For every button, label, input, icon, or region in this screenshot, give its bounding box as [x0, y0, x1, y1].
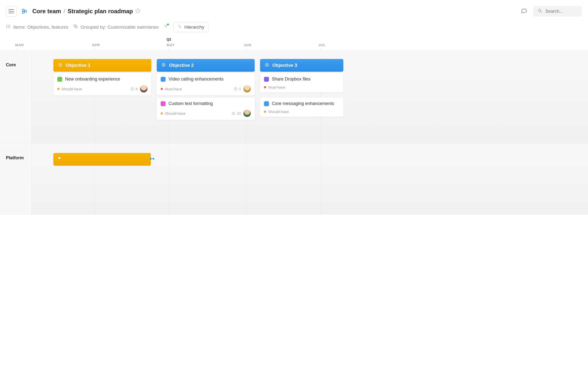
timeline-tick — [169, 48, 169, 50]
objective-bar-3[interactable]: Objective 3 — [260, 59, 343, 72]
avatar[interactable] — [243, 85, 251, 92]
card-core-messaging[interactable]: Core messaging enhancements Should-have — [260, 98, 343, 117]
card-priority: Should-have — [161, 111, 185, 115]
search-input[interactable] — [545, 9, 578, 14]
priority-dot — [161, 112, 163, 115]
search-icon — [538, 8, 542, 14]
hierarchy-button[interactable]: Hierarchy — [173, 22, 208, 32]
timeline-tick — [321, 48, 321, 50]
card-title: Custom text formatting — [168, 101, 213, 106]
swimlane-core: Core Objective 1 New onboarding experien… — [0, 51, 588, 144]
timeline-month-jul: JUL — [318, 43, 326, 47]
priority-dot — [264, 111, 266, 113]
card-title: Core messaging enhancements — [272, 101, 334, 106]
flag-icon — [57, 156, 62, 162]
svg-point-1 — [25, 10, 27, 12]
comments-icon[interactable] — [521, 8, 527, 15]
card-video-calling[interactable]: Video calling enhancements Must-have 5 — [157, 73, 255, 95]
card-custom-text[interactable]: Custom text formatting Should-have 20 — [157, 98, 255, 120]
breadcrumb-page[interactable]: Strategic plan roadmap — [68, 8, 133, 15]
svg-point-20 — [60, 64, 60, 65]
objective-bar-1[interactable]: Objective 1 — [53, 59, 151, 72]
target-icon — [58, 62, 63, 69]
priority-dot — [161, 88, 163, 90]
groupby-filter[interactable]: Grouped by: Customizable swimlanes — [73, 24, 159, 30]
card-priority: Must-have — [264, 85, 285, 89]
svg-line-4 — [540, 11, 542, 12]
timeline-quarter: Q2 — [167, 37, 171, 41]
card-title: Video calling enhancements — [168, 77, 224, 82]
header: Core team / Strategic plan roadmap — [0, 0, 588, 20]
breadcrumb-team[interactable]: Core team — [32, 8, 61, 15]
timeline-month-apr: APR — [92, 43, 100, 47]
card-priority: Must-have — [161, 87, 182, 91]
svg-point-27 — [266, 64, 267, 65]
group-icon — [73, 24, 78, 30]
card-color-dot — [161, 101, 166, 106]
swimlane-label-col: Core — [0, 51, 31, 143]
svg-rect-12 — [75, 26, 77, 28]
swimlane-label: Core — [6, 62, 16, 68]
clock-icon — [131, 87, 134, 91]
timeline-month-mar: MAR — [15, 43, 24, 47]
priority-dot — [57, 88, 60, 90]
svg-point-7 — [7, 26, 7, 27]
target-icon — [161, 62, 166, 69]
avatar[interactable] — [243, 110, 251, 117]
items-label: Items: Objectives, features — [13, 24, 68, 30]
objective-label: Objective 1 — [66, 63, 90, 68]
card-effort: 20 — [232, 111, 241, 115]
clock-icon — [234, 87, 238, 91]
items-filter[interactable]: Items: Objectives, features — [6, 24, 68, 30]
card-title: Share Dropbox files — [272, 77, 311, 82]
objective-bar-2[interactable]: Objective 2 — [157, 59, 255, 72]
list-icon — [6, 24, 11, 30]
search-box[interactable] — [533, 6, 582, 17]
card-color-dot — [57, 77, 62, 82]
svg-point-9 — [7, 27, 7, 28]
svg-point-2 — [22, 11, 24, 13]
objective-label: Objective 3 — [272, 63, 297, 68]
draggable-objective-bar[interactable] — [53, 153, 151, 166]
grid-line — [169, 144, 169, 214]
avatar[interactable] — [140, 85, 147, 92]
timeline-month-may: MAY — [167, 43, 175, 47]
timeline-tick — [17, 48, 17, 50]
filter-button[interactable] — [164, 24, 168, 30]
svg-point-23 — [163, 64, 164, 65]
grid-line — [246, 144, 246, 214]
card-color-dot — [161, 77, 166, 82]
grid-line — [321, 144, 321, 214]
swimlane-label-col: Platform — [0, 144, 31, 214]
timeline-month-jun: JUN — [244, 43, 252, 47]
timeline-tick — [246, 48, 246, 50]
priority-dot — [264, 86, 266, 88]
hierarchy-icon — [178, 24, 182, 30]
menu-button[interactable] — [6, 6, 17, 17]
swimlane-label: Platform — [6, 155, 24, 161]
swimlane-container: Core Objective 1 New onboarding experien… — [0, 51, 588, 215]
svg-point-5 — [7, 25, 7, 25]
hierarchy-label: Hierarchy — [184, 24, 204, 30]
app-logo-icon[interactable] — [21, 8, 28, 15]
filter-active-indicator — [167, 23, 169, 25]
card-effort: 5 — [234, 87, 241, 91]
resize-horizontal-icon[interactable] — [149, 156, 155, 162]
timeline-tick — [94, 48, 95, 50]
card-share-dropbox[interactable]: Share Dropbox files Must-have — [260, 73, 343, 92]
card-color-dot — [264, 101, 269, 106]
star-icon[interactable] — [135, 8, 141, 15]
card-title: New onboarding experience — [65, 77, 120, 82]
clock-icon — [232, 112, 235, 115]
breadcrumb: Core team / Strategic plan roadmap — [32, 8, 516, 15]
breadcrumb-separator: / — [63, 8, 65, 15]
hamburger-icon — [9, 9, 14, 13]
card-priority: Should-have — [264, 110, 289, 114]
card-priority: Should-have — [57, 87, 82, 91]
card-new-onboarding[interactable]: New onboarding experience Should-have 8 — [53, 73, 151, 95]
svg-point-0 — [22, 9, 24, 11]
target-icon — [264, 62, 269, 69]
objective-label: Objective 2 — [169, 63, 194, 68]
timeline-header: Q2 MAR APR MAY JUN JUL — [0, 37, 588, 51]
swimlane-platform: Platform — [0, 144, 588, 215]
